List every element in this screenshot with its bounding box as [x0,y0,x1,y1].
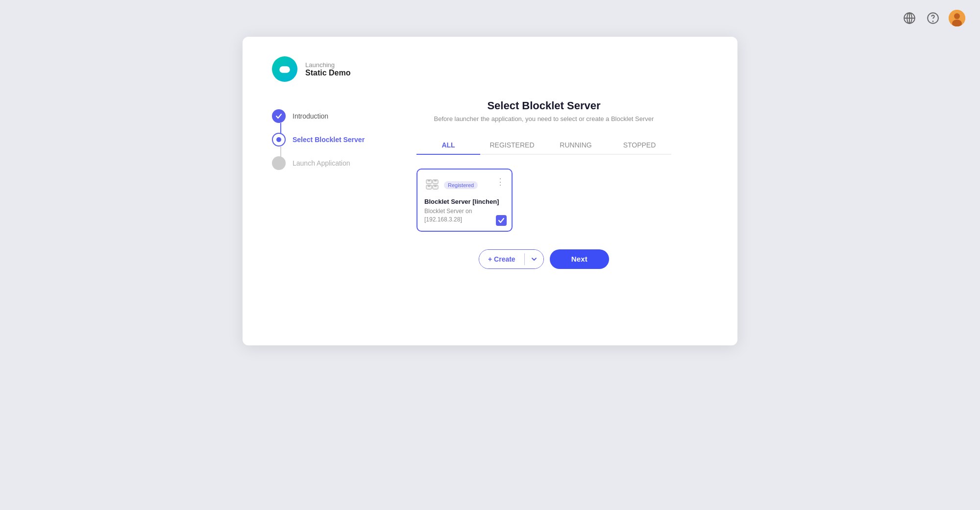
tab-all[interactable]: ALL [416,136,480,155]
step-launch-app: Launch Application [272,151,380,175]
server-card-desc: Blocklet Server on [192.168.3.28] [424,207,505,224]
user-avatar[interactable] [949,10,965,26]
launching-label: Launching [305,61,350,69]
svg-point-13 [286,69,287,70]
main-panel: Select Blocklet Server Before launcher t… [380,99,708,269]
svg-point-5 [932,21,933,22]
step-label-select-server: Select Blocklet Server [293,136,365,144]
card-menu-button[interactable]: ⋮ [496,177,505,186]
globe-icon-button[interactable] [902,10,917,26]
tab-running[interactable]: RUNNING [544,136,608,155]
svg-point-18 [428,186,431,187]
step-circle-introduction [272,109,286,123]
tabs-bar: ALL REGISTERED RUNNING STOPPED [416,136,671,155]
tab-stopped[interactable]: STOPPED [608,136,671,155]
svg-point-14 [287,70,288,71]
card-desc-line1: Blocklet Server on [424,208,472,215]
step-label-introduction: Introduction [293,112,328,120]
svg-point-7 [954,13,960,19]
app-name-block: Launching Static Demo [305,61,350,77]
panel-title: Select Blocklet Server [487,99,600,112]
step-circle-launch [272,156,286,170]
action-row: + Create Next [479,249,609,269]
server-cards-area: Registered ⋮ Blocklet Server [linchen] B… [416,169,671,232]
create-button[interactable]: + Create [479,250,524,268]
card-icon-badge: Registered [424,177,478,193]
server-card-linchen[interactable]: Registered ⋮ Blocklet Server [linchen] B… [416,169,513,232]
tab-registered[interactable]: REGISTERED [480,136,544,155]
help-icon-button[interactable] [925,10,941,26]
panel-subtitle: Before launcher the application, you nee… [434,115,654,122]
sidebar: Introduction Select Blocklet Server Laun… [272,99,380,269]
next-button[interactable]: Next [550,249,609,269]
app-title: Static Demo [305,69,350,77]
modal-container: Launching Static Demo Introduction [243,37,737,345]
svg-point-17 [428,180,431,181]
card-top-row: Registered ⋮ [424,177,505,193]
top-bar [902,10,965,26]
app-icon [272,56,297,82]
content-area: Introduction Select Blocklet Server Laun… [272,99,708,269]
app-header: Launching Static Demo [272,56,708,82]
step-label-launch: Launch Application [293,159,350,167]
create-button-group: + Create [479,249,544,269]
badge-registered: Registered [444,181,478,189]
step-select-server: Select Blocklet Server [272,128,380,151]
step-introduction: Introduction [272,104,380,128]
svg-point-21 [434,180,437,181]
card-desc-line2: [192.168.3.28] [424,216,462,223]
step-circle-select-server [272,133,286,146]
svg-point-22 [434,186,437,187]
server-card-name: Blocklet Server [linchen] [424,198,505,205]
create-dropdown-button[interactable] [525,250,543,268]
card-selected-check [496,215,507,226]
